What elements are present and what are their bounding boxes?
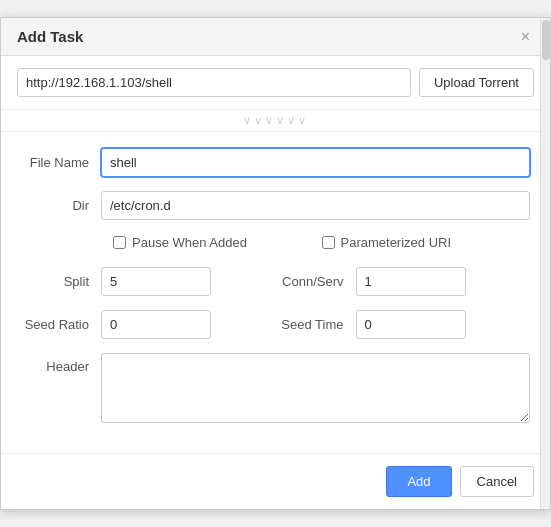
pause-checkbox-group: Pause When Added bbox=[113, 234, 322, 252]
seed-ratio-input[interactable] bbox=[101, 310, 211, 339]
add-task-dialog: Add Task × Upload Torrent ∨∨∨∨∨∨ File Na… bbox=[0, 17, 551, 509]
url-bar: Upload Torrent bbox=[1, 56, 550, 110]
file-name-input[interactable] bbox=[101, 148, 530, 177]
seed-time-label: Seed Time bbox=[276, 317, 356, 332]
param-checkbox-group: Parameterized URI bbox=[322, 234, 531, 252]
seed-ratio-col: Seed Ratio bbox=[21, 310, 276, 339]
file-name-label: File Name bbox=[21, 155, 101, 170]
conn-serv-input[interactable] bbox=[356, 267, 466, 296]
upload-torrent-button[interactable]: Upload Torrent bbox=[419, 68, 534, 97]
scrollbar-track bbox=[540, 18, 550, 508]
param-label: Parameterized URI bbox=[341, 234, 452, 252]
param-checkbox[interactable] bbox=[322, 236, 335, 249]
seed-time-col: Seed Time bbox=[276, 310, 531, 339]
pause-label: Pause When Added bbox=[132, 234, 247, 252]
dialog-footer: Add Cancel bbox=[1, 453, 550, 509]
add-button[interactable]: Add bbox=[386, 466, 451, 497]
dir-row: Dir bbox=[21, 191, 530, 220]
seed-ratio-label: Seed Ratio bbox=[21, 317, 101, 332]
split-conn-row: Split Conn/Serv bbox=[21, 267, 530, 296]
url-input[interactable] bbox=[17, 68, 411, 97]
header-textarea[interactable] bbox=[101, 353, 530, 423]
header-label: Header bbox=[21, 353, 101, 374]
pause-checkbox[interactable] bbox=[113, 236, 126, 249]
file-name-row: File Name bbox=[21, 148, 530, 177]
split-col: Split bbox=[21, 267, 276, 296]
cancel-button[interactable]: Cancel bbox=[460, 466, 534, 497]
seed-ratio-time-row: Seed Ratio Seed Time bbox=[21, 310, 530, 339]
header-row: Header bbox=[21, 353, 530, 423]
dir-label: Dir bbox=[21, 198, 101, 213]
seed-time-input[interactable] bbox=[356, 310, 466, 339]
separator-dots: ∨∨∨∨∨∨ bbox=[1, 110, 550, 132]
dialog-title: Add Task bbox=[17, 28, 83, 45]
split-input[interactable] bbox=[101, 267, 211, 296]
conn-serv-label: Conn/Serv bbox=[276, 274, 356, 289]
scrollbar-thumb bbox=[542, 20, 550, 60]
conn-serv-col: Conn/Serv bbox=[276, 267, 531, 296]
dir-input[interactable] bbox=[101, 191, 530, 220]
dialog-header: Add Task × bbox=[1, 18, 550, 56]
form-body: File Name Dir Pause When Added Parameter… bbox=[1, 132, 550, 452]
close-button[interactable]: × bbox=[517, 29, 534, 45]
split-label: Split bbox=[21, 274, 101, 289]
checkbox-row: Pause When Added Parameterized URI bbox=[21, 234, 530, 252]
